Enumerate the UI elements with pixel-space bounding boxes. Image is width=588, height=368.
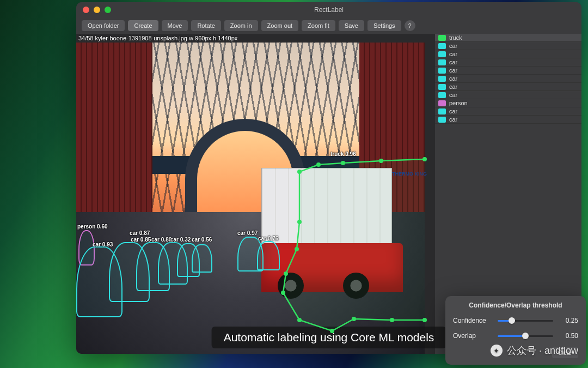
image-info: 34/58 kyler-boone-1391908-unsplash.jpg w… (78, 35, 237, 41)
zoom-fit-button[interactable]: Zoom fit (302, 20, 335, 31)
svg-point-4 (297, 170, 302, 174)
label-row-2[interactable]: car (435, 50, 581, 58)
watermark: ✦ 公众号 · andflow (491, 344, 578, 357)
label-row-3[interactable]: car (435, 58, 581, 67)
svg-point-11 (352, 317, 356, 321)
close-icon[interactable] (83, 7, 89, 13)
annot-car2: car 0.85 (131, 237, 151, 243)
annot-person: person 0.60 (77, 224, 108, 230)
maximize-icon[interactable] (105, 7, 111, 13)
label-swatch (438, 51, 446, 57)
label-name: car (449, 43, 457, 49)
zoom-in-button[interactable]: Zoom in (224, 20, 258, 31)
svg-point-6 (295, 247, 299, 251)
svg-point-10 (330, 329, 334, 333)
overlap-slider[interactable] (498, 332, 553, 340)
overlap-value: 0.50 (559, 332, 578, 340)
label-name: car (449, 51, 457, 57)
label-row-0[interactable]: truck (435, 34, 581, 42)
label-name: car (449, 75, 457, 82)
canvas[interactable]: 34/58 kyler-boone-1391908-unsplash.jpg w… (76, 34, 434, 354)
overlap-row: Overlap 0.50 (453, 332, 578, 340)
label-name: person (449, 100, 468, 106)
label-swatch (438, 117, 446, 123)
annot-car7: car 0.76 (258, 236, 278, 242)
label-swatch (438, 35, 446, 41)
label-name: car (449, 92, 457, 98)
watermark-text: 公众号 · andflow (507, 344, 578, 357)
overlap-label: Overlap (453, 332, 492, 340)
svg-point-9 (297, 318, 302, 322)
label-swatch (438, 59, 446, 65)
label-name: car (449, 116, 457, 123)
confidence-slider[interactable] (498, 317, 553, 324)
annot-car1: car 0.87 (130, 230, 150, 236)
label-name: car (449, 67, 457, 74)
label-swatch (438, 76, 446, 82)
zoom-out-button[interactable]: Zoom out (261, 20, 298, 31)
confidence-label: Confidence (453, 317, 492, 324)
polygon-car-7[interactable] (257, 241, 280, 270)
confidence-row: Confidence 0.25 (453, 317, 578, 324)
toolbar: Open folder Create Move Rotate Zoom in Z… (76, 17, 581, 34)
minimize-icon[interactable] (94, 7, 100, 13)
label-swatch (438, 100, 446, 106)
label-name: car (449, 83, 457, 90)
create-button[interactable]: Create (128, 20, 158, 31)
label-row-8[interactable]: person (435, 99, 581, 107)
svg-point-0 (422, 157, 427, 161)
label-swatch (438, 68, 446, 74)
settings-button[interactable]: Settings (367, 20, 401, 31)
svg-point-2 (341, 161, 345, 165)
annot-car5: car 0.56 (192, 237, 212, 243)
label-row-4[interactable]: car (435, 67, 581, 75)
rotate-button[interactable]: Rotate (191, 20, 220, 31)
svg-point-13 (422, 318, 427, 322)
label-name: car (449, 108, 457, 114)
svg-point-3 (316, 162, 321, 167)
label-name: car (449, 59, 457, 65)
label-row-10[interactable]: car (435, 116, 581, 124)
label-row-5[interactable]: car (435, 75, 581, 83)
label-swatch (438, 108, 446, 114)
svg-point-7 (284, 272, 288, 276)
label-swatch (438, 43, 446, 49)
open-folder-button[interactable]: Open folder (82, 20, 125, 31)
help-button[interactable]: ? (405, 20, 415, 31)
traffic-lights (83, 7, 111, 13)
svg-point-12 (390, 318, 394, 322)
label-row-7[interactable]: car (435, 91, 581, 99)
label-row-6[interactable]: car (435, 83, 581, 91)
annot-car0: car 0.93 (93, 242, 113, 248)
svg-point-8 (281, 291, 285, 295)
save-button[interactable]: Save (339, 20, 364, 31)
label-swatch (438, 92, 446, 98)
polygon-truck[interactable] (267, 156, 430, 336)
confidence-value: 0.25 (559, 317, 578, 324)
annot-car4: car 0.32 (170, 237, 191, 243)
annot-car3: car 0.80 (151, 237, 171, 243)
move-button[interactable]: Move (162, 20, 188, 31)
wechat-icon: ✦ (491, 345, 503, 357)
label-swatch (438, 84, 446, 90)
svg-point-5 (297, 220, 302, 224)
annot-car6: car 0.97 (237, 230, 258, 236)
window-title: RectLabel (314, 6, 344, 14)
popover-title: Confidence/Overlap threshold (453, 301, 578, 309)
polygon-car-5[interactable] (192, 244, 212, 273)
label-row-1[interactable]: car (435, 42, 581, 50)
annot-truck: truck 0.96 (330, 151, 356, 157)
label-name: truck (449, 34, 462, 41)
svg-point-1 (379, 159, 383, 163)
label-row-9[interactable]: car (435, 107, 581, 116)
titlebar: RectLabel (76, 2, 581, 17)
